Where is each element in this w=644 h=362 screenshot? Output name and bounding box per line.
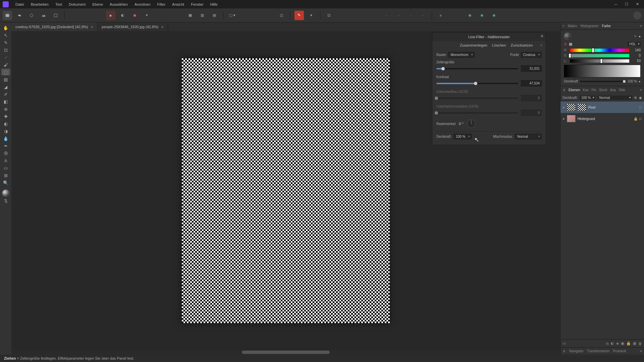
tab-close-icon[interactable]: × (91, 24, 93, 29)
source-button[interactable]: ■ (106, 11, 115, 20)
move-tool[interactable]: ↖ (1, 32, 10, 39)
fx-icon[interactable]: fx (606, 342, 609, 346)
maximize-button[interactable]: ☐ (623, 1, 631, 7)
add-layer-icon[interactable]: ▦ (633, 341, 636, 346)
close-button[interactable]: ✕ (633, 1, 641, 7)
gradient-tool[interactable]: ◢ (1, 83, 10, 90)
develop-persona-button[interactable] (27, 11, 36, 20)
tab-kan[interactable]: Kan (583, 88, 589, 92)
zoom-tool[interactable]: 🔍 (1, 179, 10, 186)
align4-icon[interactable]: ▫ (418, 11, 428, 20)
opacity-slider[interactable] (580, 81, 625, 82)
tab-close-icon[interactable]: × (161, 24, 164, 29)
arrange-icon[interactable]: ≡ (436, 11, 445, 20)
mask-icon[interactable]: ▭ (562, 341, 566, 346)
layer-mask-thumbnail[interactable] (578, 104, 586, 111)
tab-ebenen[interactable]: Ebenen (569, 88, 580, 92)
layer-row[interactable]: ●Hintergrund🔒☑ (560, 113, 644, 124)
blur-tool[interactable]: 💧 (1, 135, 10, 142)
flood-tool[interactable]: ▨ (1, 76, 10, 83)
color-model-dropdown[interactable]: HSL (628, 42, 641, 46)
burn-tool[interactable]: ◑ (1, 128, 10, 134)
opacity-value[interactable]: 100 % (628, 79, 637, 83)
brush-tool[interactable]: ✐ (1, 91, 10, 98)
hue-value[interactable]: 140 (631, 48, 641, 52)
minimize-button[interactable]: ─ (612, 1, 620, 7)
align1-icon[interactable]: ▫ (382, 11, 391, 20)
shape-tool[interactable]: ▭ (1, 165, 10, 171)
menu-text[interactable]: Text (52, 1, 65, 8)
eyedrop-mini-icon[interactable]: ✎ (634, 35, 637, 38)
pen-tool[interactable]: ✒ (1, 142, 10, 149)
tab-stile[interactable]: Stile (619, 88, 625, 92)
swap-colors-icon[interactable]: ⇅ (1, 197, 10, 204)
menu-bearbeiten[interactable]: Bearbeiten (28, 1, 52, 8)
dodge-tool[interactable]: ◐ (1, 120, 10, 127)
swatch-mini-icon[interactable]: ● (639, 35, 641, 38)
tab-histogramm[interactable]: Histogramm (581, 24, 599, 28)
tag-icon[interactable]: ◈ (616, 341, 619, 346)
selection-brush-tool[interactable]: ⟋ (1, 54, 10, 61)
layer-opacity-dropdown[interactable]: 100 % (580, 96, 595, 100)
raster-dropdown[interactable]: Monochrom (448, 52, 475, 58)
canvas[interactable] (182, 58, 390, 323)
assistant-button[interactable]: ✎ (294, 11, 304, 20)
angle-value[interactable]: 0 ° (459, 122, 464, 126)
clone-tool[interactable]: ⊕ (1, 106, 10, 112)
split-view-icon[interactable]: ◫ (277, 11, 286, 20)
primary-color-orb[interactable] (564, 33, 571, 40)
dialog-titlebar[interactable]: Live-Filter - Halbtonraster ✕ (432, 33, 546, 41)
visibility-icon[interactable]: ● (562, 117, 565, 121)
merge-button[interactable]: Zusammenlegen (460, 43, 487, 47)
dlg-blend-dropdown[interactable]: Normal (515, 134, 542, 139)
sync2-icon[interactable]: ◉ (477, 11, 487, 20)
menu-auswählen[interactable]: Auswählen (106, 1, 131, 8)
layer-fx-icon[interactable]: ◉ (639, 96, 642, 100)
adj-icon[interactable]: ◐ (611, 341, 614, 346)
eyedropper-icon[interactable]: ◐ (118, 11, 127, 20)
mesh-tool[interactable]: ⊞ (1, 172, 10, 179)
check-mini-icon[interactable]: ☑ (639, 106, 642, 109)
hue-slider[interactable] (570, 49, 629, 52)
tab-anp[interactable]: Anp (610, 88, 616, 92)
grid2-icon[interactable]: ▥ (198, 11, 207, 20)
marquee-tool[interactable]: ⬚ (1, 69, 10, 75)
lock-mini-icon[interactable]: 🔒 (634, 117, 638, 121)
menu-dokument[interactable]: Dokument (65, 1, 89, 8)
liquify-persona-button[interactable] (15, 11, 24, 20)
blend-mode-dropdown[interactable]: Normal (597, 96, 632, 100)
grid-mini-icon[interactable]: ▦ (569, 42, 572, 46)
pause-icon[interactable]: ⏸ (562, 88, 566, 92)
grid3-icon[interactable]: ▤ (210, 11, 219, 20)
trash-icon[interactable]: 🗑 (638, 342, 642, 346)
lock-icon[interactable]: 🔒 (626, 341, 631, 346)
erase-tool[interactable]: ◧ (1, 98, 10, 105)
layer-thumbnail[interactable] (567, 104, 576, 111)
layer-thumbnail[interactable] (567, 115, 576, 122)
reset-button[interactable]: Zurücksetzen (511, 43, 533, 47)
check-mini-icon[interactable]: ☑ (639, 117, 642, 121)
group-icon[interactable]: ▣ (621, 341, 624, 346)
dialog-close-x2[interactable]: × (540, 43, 542, 47)
layer-name[interactable]: Pixel (588, 106, 636, 109)
persona-photo-button[interactable] (3, 11, 12, 20)
menu-datei[interactable]: Datei (12, 1, 28, 8)
tab-transformieren[interactable]: Transformieren (587, 349, 609, 353)
tab-makro[interactable]: Makro (568, 24, 577, 28)
layer-row[interactable]: ●Pixel☑ (560, 102, 644, 113)
tab-farbe[interactable]: Farbe (602, 24, 611, 28)
bottom-menu-icon[interactable]: ≡ (640, 349, 642, 353)
horizontal-scrollbar[interactable] (11, 350, 560, 355)
punkt-dropdown[interactable]: Cosinus (521, 52, 542, 58)
hand-tool[interactable]: ✋ (1, 24, 10, 31)
menu-anordnen[interactable]: Anordnen (131, 1, 154, 8)
delete-button[interactable]: Löschen (492, 43, 506, 47)
panel-menu-icon[interactable]: ≡ (640, 24, 642, 28)
redeye-tool[interactable]: ⦿ (1, 150, 10, 157)
sat-value[interactable]: 0 (631, 54, 641, 57)
page-box-dropdown[interactable]: ▢ ▾ (227, 11, 237, 20)
crop-tool[interactable]: ⊡ (1, 47, 10, 53)
align2-icon[interactable]: ▫ (394, 11, 404, 20)
opacity-stepper-icon[interactable]: ▸ (639, 79, 641, 83)
menu-ansicht[interactable]: Ansicht (169, 1, 187, 8)
